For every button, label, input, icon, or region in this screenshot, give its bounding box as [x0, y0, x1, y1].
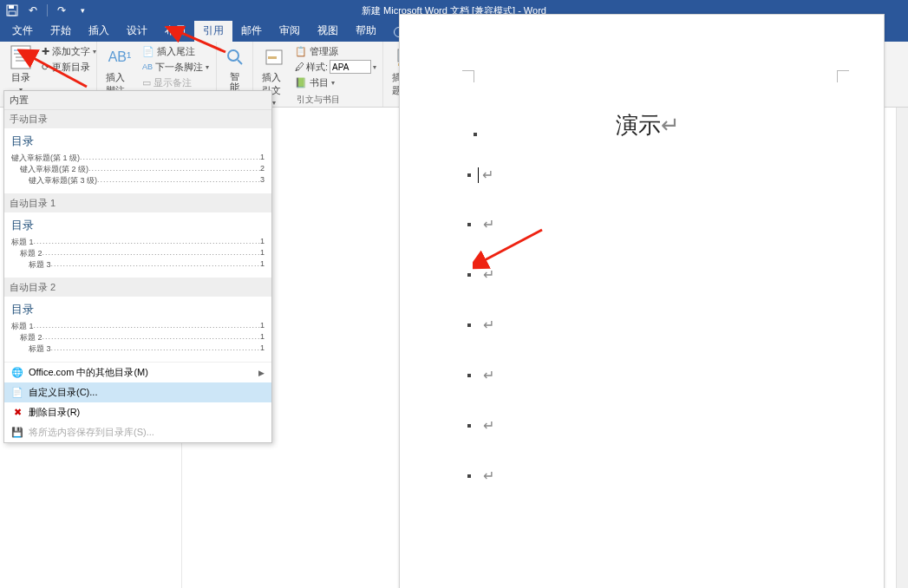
chevron-right-icon: ▶: [258, 369, 265, 377]
svg-line-9: [238, 60, 242, 64]
doc-paragraph[interactable]: ↵: [467, 266, 494, 283]
tab-mailings[interactable]: 邮件: [232, 20, 271, 42]
footnote-icon: AB¹: [108, 45, 132, 69]
tab-home[interactable]: 开始: [42, 20, 80, 42]
citation-style-select[interactable]: 🖊 样式: ▾: [293, 59, 378, 75]
manual-toc-label: 手动目录: [4, 110, 271, 128]
tab-file[interactable]: 文件: [3, 20, 42, 42]
tab-design[interactable]: 设计: [118, 20, 156, 42]
svg-rect-1: [9, 5, 14, 9]
add-text-button[interactable]: ✚添加文字▾: [40, 43, 98, 59]
quick-access-toolbar: ↶ ↷ ▾: [0, 3, 89, 17]
doc-paragraph[interactable]: ↵: [467, 467, 494, 484]
vertical-scrollbar[interactable]: [896, 108, 908, 588]
save-gallery-icon: 💾: [11, 427, 23, 439]
save-icon[interactable]: [5, 3, 19, 17]
show-notes-icon: ▭: [142, 77, 151, 88]
doc-paragraph[interactable]: ↵: [467, 367, 494, 383]
undo-icon[interactable]: ↶: [26, 3, 40, 17]
bibliography-button[interactable]: 📗书目▾: [293, 75, 378, 90]
tab-insert[interactable]: 插入: [80, 20, 118, 42]
office-com-toc-item[interactable]: 🌐 Office.com 中的其他目录(M) ▶: [4, 363, 271, 382]
dropdown-header: 内置: [4, 91, 271, 110]
show-notes-button[interactable]: ▭显示备注: [140, 75, 211, 90]
style-icon: 🖊: [295, 62, 304, 72]
next-footnote-icon: AB: [142, 62, 153, 71]
qat-separator: [47, 4, 48, 16]
svg-rect-2: [9, 11, 16, 16]
doc-paragraph[interactable]: ↵: [467, 417, 494, 434]
save-toc-item: 💾 将所选内容保存到目录库(S)...: [4, 422, 271, 442]
search-icon: [223, 45, 247, 69]
tab-help[interactable]: 帮助: [347, 20, 385, 42]
auto-toc2-preview[interactable]: 目录 标题 1.................................…: [4, 297, 271, 363]
update-toc-button[interactable]: ⟳更新目录: [40, 59, 98, 75]
ribbon-group-citation: 插入引文 ▾ 📋管理源 🖊 样式: ▾ 📗书目▾ 引文与书目: [253, 42, 383, 107]
margin-mark: [462, 70, 474, 82]
book-icon: 📗: [295, 77, 307, 88]
toc-dropdown-menu: 内置 手动目录 目录 键入章标题(第 1 级).................…: [3, 90, 272, 443]
qat-customize-icon[interactable]: ▾: [75, 3, 89, 17]
style-input[interactable]: [330, 60, 371, 74]
insert-endnote-button[interactable]: 📄插入尾注: [140, 43, 211, 59]
update-icon: ⟳: [42, 62, 49, 73]
auto-toc1-preview[interactable]: 目录 标题 1.................................…: [4, 212, 271, 278]
toc-button-label: 目录: [11, 71, 30, 84]
tab-view[interactable]: 视图: [309, 20, 347, 42]
toc-icon: [9, 45, 33, 69]
tab-references[interactable]: 引用: [194, 20, 232, 42]
document-title: 演示↵: [400, 110, 884, 140]
remove-toc-item[interactable]: ✖ 删除目录(R): [4, 402, 271, 422]
tab-review[interactable]: 审阅: [271, 20, 309, 42]
manual-toc-preview[interactable]: 目录 键入章标题(第 1 级).........................…: [4, 128, 271, 194]
redo-icon[interactable]: ↷: [55, 3, 69, 17]
svg-rect-11: [268, 56, 277, 59]
auto-toc2-label: 自动目录 2: [4, 278, 271, 297]
doc-paragraph[interactable]: ↵: [467, 167, 493, 183]
custom-toc-item[interactable]: 📄 自定义目录(C)...: [4, 382, 271, 402]
document-page[interactable]: 演示↵ ↵ ↵ ↵ ↵ ↵ ↵ ↵: [399, 14, 885, 588]
manage-sources-icon: 📋: [295, 46, 307, 57]
document-icon: 📄: [11, 387, 23, 399]
remove-icon: ✖: [11, 407, 23, 419]
auto-toc1-label: 自动目录 1: [4, 194, 271, 212]
tab-layout[interactable]: 布局: [156, 20, 194, 42]
globe-icon: 🌐: [11, 367, 23, 379]
manage-sources-button[interactable]: 📋管理源: [293, 43, 378, 59]
citation-group-label: 引文与书目: [253, 94, 382, 106]
add-text-icon: ✚: [42, 46, 49, 57]
doc-paragraph[interactable]: ↵: [467, 216, 494, 232]
citation-icon: [262, 45, 286, 69]
next-footnote-button[interactable]: AB下一条脚注▾: [140, 59, 211, 75]
endnote-icon: 📄: [142, 46, 154, 57]
margin-mark: [837, 70, 849, 82]
doc-paragraph[interactable]: ↵: [467, 317, 494, 333]
svg-point-8: [228, 50, 238, 61]
